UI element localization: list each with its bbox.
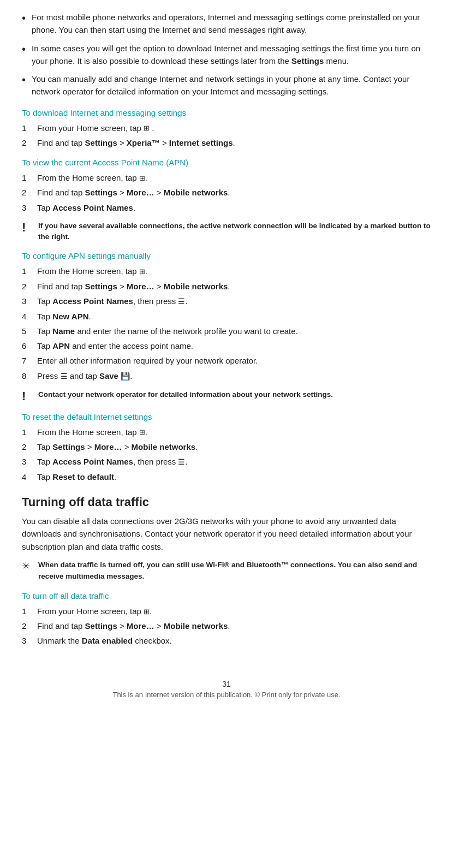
step-num: 2 [22, 280, 37, 293]
tip-1: ✳ When data traffic is turned off, you c… [22, 560, 431, 582]
note-2-text: Contact your network operator for detail… [38, 389, 333, 400]
step-text: From the Home screen, tap ⊞. [37, 265, 147, 277]
step-download-2: 2 Find and tap Settings > Xperia™ > Inte… [22, 136, 431, 149]
exclamation-icon: ! [22, 221, 34, 235]
step-text: From your Home screen, tap ⊞. [37, 605, 152, 617]
intro-bullets: • For most mobile phone networks and ope… [22, 11, 431, 98]
step-config-8: 8 Press ☰ and tap Save 💾. [22, 370, 431, 383]
step-config-4: 4 Tap New APN. [22, 310, 431, 323]
step-text: Tap Name and enter the name of the netwo… [37, 325, 298, 337]
section-turnoff-heading: To turn off all data traffic [22, 591, 431, 601]
section-download: To download Internet and messaging setti… [22, 108, 431, 150]
note-2: ! Contact your network operator for deta… [22, 389, 431, 403]
step-turnoff-2: 2 Find and tap Settings > More… > Mobile… [22, 620, 431, 632]
step-num: 2 [22, 441, 37, 453]
section-reset-steps: 1 From the Home screen, tap ⊞. 2 Tap Set… [22, 426, 431, 484]
section-configure-apn-steps: 1 From the Home screen, tap ⊞. 2 Find an… [22, 265, 431, 382]
step-reset-4: 4 Tap Reset to default. [22, 471, 431, 483]
step-text: Find and tap Settings > More… > Mobile n… [37, 280, 230, 293]
section-reset: To reset the default Internet settings 1… [22, 412, 431, 484]
step-reset-2: 2 Tap Settings > More… > Mobile networks… [22, 441, 431, 453]
step-num: 2 [22, 136, 37, 149]
step-num: 2 [22, 186, 37, 199]
page-footer: 31 This is an Internet version of this p… [22, 680, 431, 699]
step-turnoff-1: 1 From your Home screen, tap ⊞. [22, 605, 431, 617]
step-num: 4 [22, 471, 37, 483]
section-view-apn-steps: 1 From the Home screen, tap ⊞. 2 Find an… [22, 171, 431, 214]
main-section-traffic: Turning off data traffic You can disable… [22, 495, 431, 553]
step-text: Enter all other information required by … [37, 354, 258, 367]
step-text: Find and tap Settings > Xperia™ > Intern… [37, 136, 235, 149]
bullet-item-3: • You can manually add and change Intern… [22, 73, 431, 98]
bullet-text-1: For most mobile phone networks and opera… [32, 11, 431, 37]
step-num: 1 [22, 426, 37, 438]
step-text: Tap APN and enter the access point name. [37, 340, 193, 352]
step-text: Find and tap Settings > More… > Mobile n… [37, 620, 230, 632]
step-num: 8 [22, 370, 37, 382]
step-apn-view-3: 3 Tap Access Point Names. [22, 201, 431, 214]
bullet-dot-2: • [22, 42, 32, 56]
step-reset-1: 1 From the Home screen, tap ⊞. [22, 426, 431, 438]
bullet-dot-1: • [22, 11, 32, 25]
step-text: Tap Access Point Names. [37, 201, 135, 214]
step-num: 2 [22, 620, 37, 632]
section-turnoff-steps: 1 From your Home screen, tap ⊞. 2 Find a… [22, 605, 431, 647]
step-config-6: 6 Tap APN and enter the access point nam… [22, 340, 431, 352]
step-num: 3 [22, 201, 37, 214]
step-text: Unmark the Data enabled checkbox. [37, 634, 172, 647]
step-num: 1 [22, 265, 37, 277]
step-text: Tap Settings > More… > Mobile networks. [37, 441, 198, 453]
step-text: Tap Reset to default. [37, 471, 116, 483]
page-number: 31 [22, 680, 431, 688]
step-text: Tap Access Point Names, then press ☰. [37, 455, 188, 468]
grid-icon: ⊞ [139, 427, 145, 438]
step-config-2: 2 Find and tap Settings > More… > Mobile… [22, 280, 431, 293]
section-download-heading: To download Internet and messaging setti… [22, 108, 431, 117]
step-num: 4 [22, 310, 37, 323]
step-reset-3: 3 Tap Access Point Names, then press ☰. [22, 455, 431, 468]
note-1: ! If you have several available connecti… [22, 221, 431, 243]
step-download-1: 1 From your Home screen, tap ⊞ . [22, 122, 431, 134]
step-num: 1 [22, 122, 37, 134]
menu-icon: ☰ [178, 296, 185, 308]
bullet-text-2: In some cases you will get the option to… [32, 42, 431, 68]
step-turnoff-3: 3 Unmark the Data enabled checkbox. [22, 634, 431, 647]
step-text: Tap Access Point Names, then press ☰. [37, 295, 188, 308]
main-section-body: You can disable all data connections ove… [22, 515, 431, 553]
step-config-7: 7 Enter all other information required b… [22, 354, 431, 367]
step-text: Find and tap Settings > More… > Mobile n… [37, 186, 230, 199]
section-reset-heading: To reset the default Internet settings [22, 412, 431, 421]
step-num: 7 [22, 354, 37, 367]
step-apn-view-1: 1 From the Home screen, tap ⊞. [22, 171, 431, 184]
step-num: 3 [22, 634, 37, 647]
step-text: Tap New APN. [37, 310, 91, 323]
grid-icon: ⊞ [139, 266, 145, 277]
exclamation-icon-2: ! [22, 389, 34, 403]
bullet-item-2: • In some cases you will get the option … [22, 42, 431, 68]
step-text: Press ☰ and tap Save 💾. [37, 370, 132, 383]
tip-1-text: When data traffic is turned off, you can… [38, 560, 431, 582]
grid-icon: ⊞ [139, 173, 145, 184]
step-apn-view-2: 2 Find and tap Settings > More… > Mobile… [22, 186, 431, 199]
bullet-item-1: • For most mobile phone networks and ope… [22, 11, 431, 37]
step-config-1: 1 From the Home screen, tap ⊞. [22, 265, 431, 277]
save-icon: 💾 [121, 371, 130, 383]
step-text: From your Home screen, tap ⊞ . [37, 122, 154, 134]
step-text: From the Home screen, tap ⊞. [37, 426, 147, 438]
section-view-apn-heading: To view the current Access Point Name (A… [22, 158, 431, 167]
step-num: 3 [22, 295, 37, 307]
step-num: 3 [22, 455, 37, 468]
step-num: 1 [22, 605, 37, 617]
bullet-text-3: You can manually add and change Internet… [32, 73, 431, 98]
step-config-3: 3 Tap Access Point Names, then press ☰. [22, 295, 431, 308]
section-configure-apn: To configure APN settings manually 1 Fro… [22, 251, 431, 382]
main-section-heading: Turning off data traffic [22, 495, 431, 509]
step-num: 6 [22, 340, 37, 352]
section-turnoff: To turn off all data traffic 1 From your… [22, 591, 431, 647]
step-num: 5 [22, 325, 37, 337]
section-configure-apn-heading: To configure APN settings manually [22, 251, 431, 260]
bullet-dot-3: • [22, 73, 32, 87]
step-num: 1 [22, 171, 37, 184]
menu-icon-3: ☰ [178, 456, 185, 468]
footer-text: This is an Internet version of this publ… [22, 691, 431, 699]
